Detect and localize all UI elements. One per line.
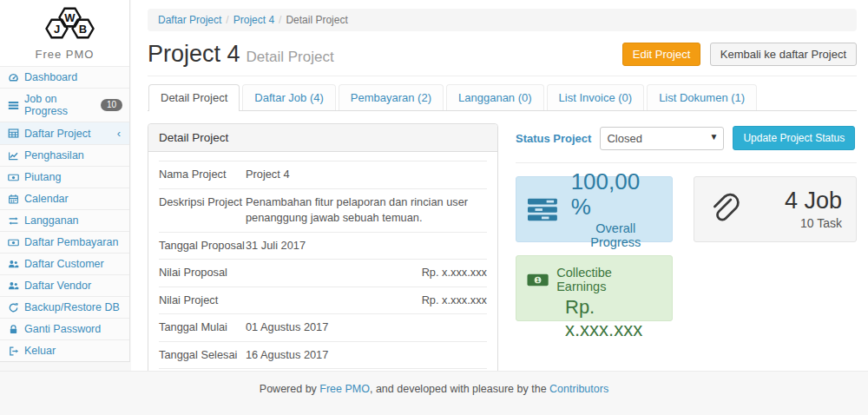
breadcrumb-daftar-project[interactable]: Daftar Project: [158, 14, 221, 26]
page-subtitle: Detail Project: [247, 49, 334, 65]
sidebar-item-ganti-password[interactable]: Ganti Password: [0, 318, 129, 339]
sidebar-item-calendar[interactable]: Calendar: [0, 188, 129, 209]
svg-text:B: B: [78, 23, 86, 36]
sidebar-item-backup-restore[interactable]: Backup/Restore DB: [0, 296, 129, 318]
sidebar-item-daftar-pembayaran[interactable]: Daftar Pembayaran: [0, 231, 129, 253]
calendar-icon: [8, 194, 19, 205]
tab-pembayaran[interactable]: Pembayaran (2): [339, 84, 444, 110]
job-count-badge: 10: [101, 99, 122, 111]
page-header: Project 4Detail Project Edit Project Kem…: [148, 41, 857, 76]
progress-bars-icon: [528, 198, 561, 221]
sidebar-item-daftar-vendor[interactable]: Daftar Vendor: [0, 274, 129, 296]
table-row: Nilai ProposalRp. x.xxx.xxx: [159, 259, 487, 287]
chevron-left-icon: ‹: [117, 127, 122, 140]
paperclip-icon: [708, 193, 741, 226]
edit-project-button[interactable]: Edit Project: [622, 43, 700, 66]
table-row: Deskripsi ProjectPenambahan fitur pelapo…: [159, 188, 487, 232]
table-row: Tanggal Mulai01 Agustus 2017: [159, 313, 487, 341]
jwb-logo-icon: J W B .com: [25, 6, 105, 43]
tab-detail-project[interactable]: Detail Project: [148, 84, 240, 111]
sidebar-item-langganan[interactable]: Langganan: [0, 209, 129, 231]
sidebar: J W B .com Free PMO Dashboard Job on Pro…: [0, 0, 130, 362]
users-icon: [8, 280, 19, 292]
money-icon: 1: [527, 273, 549, 287]
earnings-value: Rp. x.xxx.xxx: [565, 296, 661, 341]
earnings-label: Collectibe Earnings: [556, 266, 661, 293]
panel-title: Detail Project: [148, 124, 497, 152]
refresh-icon: [8, 302, 19, 313]
back-to-list-button[interactable]: Kembali ke daftar Project: [710, 43, 857, 66]
money-icon: [8, 172, 19, 183]
main-content: Daftar Project/Project 4/Detail Project …: [131, 0, 868, 371]
project-tabs: Detail Project Daftar Job (4) Pembayaran…: [148, 84, 857, 111]
money-icon: [8, 237, 19, 248]
breadcrumb-project-4[interactable]: Project 4: [233, 14, 274, 26]
svg-text:W: W: [64, 11, 76, 24]
tasks-icon: [8, 100, 19, 111]
sidebar-item-daftar-customer[interactable]: Daftar Customer: [0, 253, 129, 274]
table-row: Nama ProjectProject 4: [159, 161, 487, 188]
tab-list-invoice[interactable]: List Invoice (0): [547, 84, 645, 110]
exchange-icon: [8, 215, 19, 227]
contributors-link[interactable]: Contributors: [549, 383, 608, 395]
page-footer: Powered by Free PMO, and developed with …: [0, 371, 868, 415]
table-row: Tanggal Selesai16 Agustus 2017: [159, 341, 487, 369]
dashboard-icon: [8, 72, 19, 83]
line-chart-icon: [8, 150, 19, 161]
tab-list-dokumen[interactable]: List Dokumen (1): [647, 84, 757, 110]
job-count-box: 4 Job 10 Task: [694, 176, 857, 242]
breadcrumb-current: Detail Project: [286, 14, 347, 26]
status-form: Status Project Closed ▼ Update Project S…: [516, 123, 857, 163]
job-count-value: 4 Job: [785, 188, 842, 214]
sidebar-item-penghasilan[interactable]: Penghasilan: [0, 144, 129, 166]
app-logo: J W B .com Free PMO: [0, 0, 129, 66]
task-count-value: 10 Task: [785, 216, 842, 230]
breadcrumb: Daftar Project/Project 4/Detail Project: [148, 9, 857, 31]
table-row: Nilai ProjectRp. x.xxx.xxx: [159, 287, 487, 314]
update-status-button[interactable]: Update Project Status: [733, 126, 855, 150]
free-pmo-link[interactable]: Free PMO: [319, 383, 370, 395]
brand-name: Free PMO: [0, 48, 129, 61]
sidebar-item-piutang[interactable]: Piutang: [0, 166, 129, 188]
users-icon: [8, 259, 19, 270]
collectible-earnings-box: 1 Collectibe Earnings Rp. x.xxx.xxx: [516, 255, 673, 321]
sidebar-menu: Dashboard Job on Progress 10 Daftar Proj…: [0, 66, 129, 361]
status-select[interactable]: Closed: [600, 127, 724, 150]
lock-icon: [8, 324, 19, 335]
sidebar-item-daftar-project[interactable]: Daftar Project ‹: [0, 122, 129, 144]
sidebar-item-dashboard[interactable]: Dashboard: [0, 66, 129, 88]
sign-out-icon: [8, 346, 19, 357]
progress-label: Overall Progress: [571, 221, 661, 249]
sidebar-item-job-on-progress[interactable]: Job on Progress 10: [0, 88, 129, 122]
svg-text:.com: .com: [64, 23, 76, 29]
tab-daftar-job[interactable]: Daftar Job (4): [242, 84, 335, 110]
table-row: Tanggal Proposal31 Juli 2017: [159, 232, 487, 260]
overall-progress-box: 100,00 % Overall Progress: [516, 176, 673, 242]
page-title: Project 4Detail Project: [148, 41, 334, 68]
svg-text:J: J: [53, 23, 59, 36]
tab-langganan[interactable]: Langganan (0): [446, 84, 544, 110]
status-project-label: Status Project: [516, 132, 591, 145]
header-actions: Edit Project Kembali ke daftar Project: [622, 43, 857, 66]
sidebar-item-keluar[interactable]: Keluar: [0, 339, 129, 361]
svg-text:1: 1: [536, 276, 540, 282]
progress-value: 100,00 %: [571, 169, 661, 219]
table-icon: [8, 128, 19, 139]
